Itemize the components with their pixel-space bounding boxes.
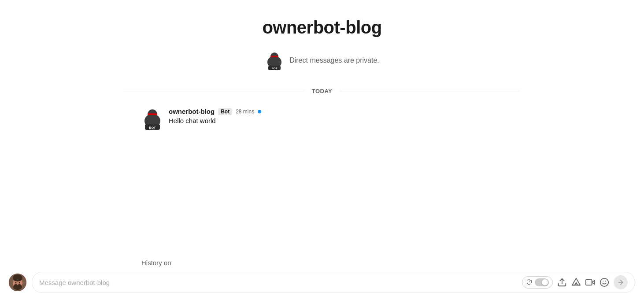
emoji-icon[interactable] [600,278,609,287]
message-unread-dot [258,110,261,113]
input-bar-container: Message ownerbot-blog ⏱ [0,272,644,300]
upload-icon[interactable] [557,278,567,287]
page-title: ownerbot-blog [262,18,381,38]
send-button[interactable] [614,275,628,289]
bot-badge: Bot [218,108,232,115]
message-header: ownerbot-blog Bot 28 mins [169,108,261,115]
message-time: 28 mins [236,109,254,115]
svg-rect-2 [270,56,278,57]
svg-text:BOT: BOT [272,67,278,70]
svg-rect-7 [148,113,157,115]
svg-point-16 [17,284,19,285]
message-input-box[interactable]: Message ownerbot-blog ⏱ [32,272,635,293]
message-bot-avatar: BOT [141,108,163,130]
main-content: ownerbot-blog BOT Direct messages are pr… [0,0,644,272]
messages-area: BOT ownerbot-blog Bot 28 mins Hello chat… [124,108,520,250]
google-drive-icon[interactable] [571,278,581,287]
dm-private-text: Direct messages are private. [289,56,379,64]
message-input-placeholder: Message ownerbot-blog [39,279,517,286]
bot-avatar-header: BOT [265,51,284,70]
dm-private-row: BOT Direct messages are private. [265,51,379,70]
history-label: History on [141,259,503,266]
history-toggle[interactable]: ⏱ [522,276,553,289]
svg-point-15 [19,282,20,284]
svg-text:BOT: BOT [149,126,156,129]
svg-marker-18 [592,280,595,284]
toggle-switch[interactable] [535,278,549,286]
user-avatar [9,274,26,291]
svg-point-20 [600,278,608,286]
svg-point-14 [15,282,17,284]
today-divider: TODAY [124,88,520,94]
record-icon[interactable] [585,278,595,287]
history-container: History on [124,250,520,272]
message-body: ownerbot-blog Bot 28 mins Hello chat wor… [169,108,261,124]
send-icon [617,279,624,286]
divider-right [339,91,520,91]
today-label: TODAY [312,88,333,94]
message-text: Hello chat world [169,117,261,124]
clock-icon: ⏱ [526,278,533,286]
divider-left [124,91,305,91]
message-item: BOT ownerbot-blog Bot 28 mins Hello chat… [141,108,503,130]
input-actions: ⏱ [522,275,628,289]
svg-rect-19 [586,280,592,285]
svg-point-12 [13,274,22,281]
message-sender-name: ownerbot-blog [169,108,215,115]
